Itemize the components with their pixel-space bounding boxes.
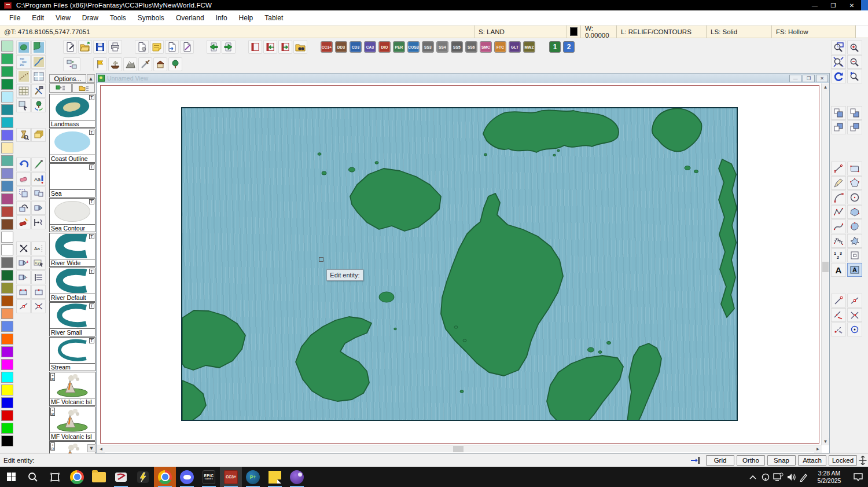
islet-13[interactable] bbox=[588, 347, 594, 352]
measure-tool[interactable] bbox=[31, 215, 46, 229]
close-button[interactable]: ✕ bbox=[843, 0, 861, 10]
tree-replace-tool[interactable] bbox=[31, 98, 46, 112]
map-canvas[interactable]: Edit entity: bbox=[97, 83, 822, 445]
palette-color-6[interactable] bbox=[1, 117, 13, 128]
current-layer[interactable]: L: RELIEF/CONTOURS bbox=[617, 25, 707, 38]
landmass-6[interactable] bbox=[182, 380, 206, 420]
epic-games-taskbar-icon[interactable]: EPICGAMES bbox=[198, 467, 220, 487]
sticky-note-taskbar-icon[interactable] bbox=[264, 467, 286, 487]
next-catalog-button[interactable] bbox=[278, 40, 292, 54]
product-button-ss5[interactable]: SS5 bbox=[451, 41, 463, 53]
catalog-set-button[interactable] bbox=[49, 83, 72, 93]
export-button[interactable] bbox=[222, 40, 236, 54]
align-tool[interactable] bbox=[31, 270, 46, 284]
freehand-tool-button[interactable] bbox=[831, 176, 846, 190]
tray-network-icon[interactable] bbox=[772, 467, 785, 487]
horizontal-scrollbar[interactable]: ◄ ► bbox=[97, 445, 822, 452]
insert-symbol-button[interactable] bbox=[847, 248, 862, 262]
islet-12[interactable] bbox=[379, 292, 394, 302]
node-edit-tool[interactable] bbox=[16, 299, 31, 313]
islet-2[interactable] bbox=[318, 153, 321, 155]
islet-1[interactable] bbox=[694, 170, 698, 173]
tray-onedrive-icon[interactable] bbox=[759, 467, 772, 487]
scroll-right-arrow[interactable]: ► bbox=[814, 445, 822, 453]
product-button-mwz[interactable]: MWZ bbox=[523, 41, 535, 53]
islet-3[interactable] bbox=[322, 171, 326, 175]
menu-tools[interactable]: Tools bbox=[104, 12, 132, 24]
arc-tool-button[interactable] bbox=[831, 191, 846, 204]
mountains-category-button[interactable] bbox=[123, 57, 137, 71]
product-button-dd3[interactable]: DD3 bbox=[335, 41, 347, 53]
edit-text-button[interactable] bbox=[165, 40, 179, 54]
catalog-options-button[interactable]: Options... bbox=[49, 74, 86, 83]
open-drawing-button[interactable] bbox=[78, 40, 92, 54]
palette-color-30[interactable] bbox=[1, 423, 13, 434]
palette-color-24[interactable] bbox=[1, 346, 13, 357]
palette-color-14[interactable] bbox=[1, 219, 13, 230]
erase-tool[interactable] bbox=[16, 172, 31, 186]
polygon-tool-button[interactable] bbox=[847, 176, 862, 190]
catalog-item-mf-volcanic-isl[interactable]: +RMF Volcanic Isl bbox=[49, 372, 95, 406]
product-button-smc[interactable]: SMC bbox=[480, 41, 492, 53]
endpoint-snap-tool[interactable] bbox=[16, 285, 31, 299]
catalog-item-sea-contour[interactable]: TSea Contour bbox=[49, 198, 95, 232]
product-button-ca3[interactable]: CA3 bbox=[364, 41, 376, 53]
midpoint-snap-tool[interactable] bbox=[31, 285, 46, 299]
palette-color-13[interactable] bbox=[1, 206, 13, 217]
catalog-item-river-wide[interactable]: TRiver Wide bbox=[49, 233, 95, 267]
center-snap-button[interactable] bbox=[847, 323, 862, 336]
palette-color-29[interactable] bbox=[1, 410, 13, 421]
cc3plus-taskbar-icon[interactable]: CC3+ bbox=[220, 467, 242, 487]
islet-7[interactable] bbox=[553, 154, 556, 156]
scroll-up-arrow[interactable]: ▲ bbox=[822, 83, 829, 91]
product-button-ss6[interactable]: SS6 bbox=[465, 41, 477, 53]
window-view-button-1[interactable]: 1 bbox=[549, 41, 561, 53]
catalog-item-mf-volcanic-isl[interactable]: +RMF Volcanic Isl bbox=[49, 407, 95, 441]
palette-color-12[interactable] bbox=[1, 193, 13, 204]
current-width[interactable]: W: 0.00000 bbox=[581, 25, 617, 38]
previous-catalog-button[interactable] bbox=[263, 40, 277, 54]
tray-pen-icon[interactable] bbox=[797, 467, 810, 487]
child-close-button[interactable]: ✕ bbox=[816, 75, 828, 82]
palette-color-21[interactable] bbox=[1, 308, 13, 319]
print-button[interactable] bbox=[108, 40, 122, 54]
dimension-tool-button[interactable] bbox=[831, 248, 846, 262]
palette-color-25[interactable] bbox=[1, 359, 13, 370]
landmass-1[interactable] bbox=[652, 108, 702, 151]
coordinates-tool[interactable] bbox=[31, 256, 46, 270]
palette-color-26[interactable] bbox=[1, 372, 13, 383]
islet-10[interactable] bbox=[463, 339, 466, 342]
landmass-4[interactable] bbox=[441, 193, 563, 376]
catalog-item-sea[interactable]: TSea bbox=[49, 163, 95, 197]
intersection-tool[interactable] bbox=[31, 299, 46, 313]
zoom-out-button[interactable] bbox=[847, 55, 862, 69]
break-tool-button[interactable] bbox=[847, 308, 862, 322]
redraw-button[interactable] bbox=[831, 69, 846, 83]
vertical-scrollbar[interactable]: ▲ ▼ bbox=[821, 83, 829, 445]
catalog-item-river-small[interactable]: TRiver Small bbox=[49, 302, 95, 336]
connect-line-button[interactable] bbox=[831, 294, 846, 307]
menu-tablet[interactable]: Tablet bbox=[259, 12, 289, 24]
palette-color-31[interactable] bbox=[1, 435, 13, 446]
drawing-tools-button[interactable] bbox=[31, 84, 46, 98]
product-button-glt[interactable]: GLT bbox=[509, 41, 521, 53]
drawing-properties-button[interactable] bbox=[135, 40, 149, 54]
sea-area[interactable] bbox=[181, 107, 738, 421]
catalog-item-landmass[interactable]: TLandmass bbox=[49, 94, 95, 128]
current-sheet[interactable]: S: LAND bbox=[475, 25, 567, 38]
line-tool-button[interactable] bbox=[831, 162, 846, 175]
trail-tool[interactable] bbox=[16, 69, 31, 83]
symbol-catalog-button[interactable] bbox=[16, 98, 31, 112]
zoom-extents-button[interactable] bbox=[831, 55, 846, 69]
menu-help[interactable]: Help bbox=[233, 12, 259, 24]
window-view-button-2[interactable]: 2 bbox=[563, 41, 575, 53]
palette-color-11[interactable] bbox=[1, 181, 13, 192]
ortho-button[interactable]: Ortho bbox=[737, 455, 765, 466]
landmass-2[interactable] bbox=[719, 159, 737, 317]
profantasy-globe-taskbar-icon[interactable]: P+ bbox=[242, 467, 264, 487]
product-button-ss3[interactable]: SS3 bbox=[422, 41, 434, 53]
product-button-cos3[interactable]: COS3 bbox=[407, 41, 420, 53]
undo-button[interactable] bbox=[16, 158, 31, 171]
catalog-item-river-default[interactable]: TRiver Default bbox=[49, 268, 95, 302]
islet-15[interactable] bbox=[598, 351, 602, 354]
